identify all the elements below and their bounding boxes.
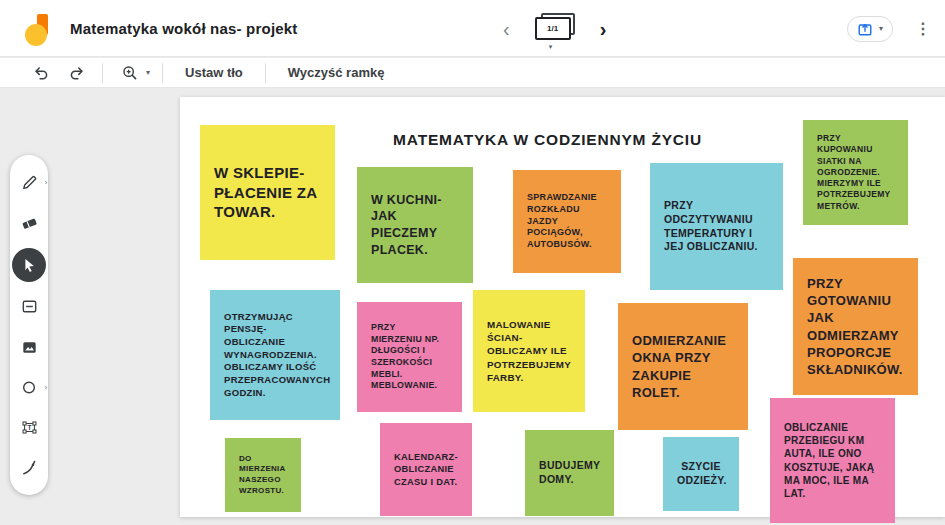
zoom-in-icon [121, 64, 139, 82]
sticky-note[interactable]: SPRAWDZANIE ROZKŁADU JAZDY POCIĄGÓW, AUT… [513, 170, 621, 273]
redo-icon [68, 64, 86, 82]
share-caret-icon: ▾ [879, 24, 883, 33]
frame-caret-icon: ▾ [549, 43, 553, 51]
note-text: MALOWANIE ŚCIAN- OBLICZAMY ILE POTRZEBUJ… [487, 318, 571, 383]
toolbar-divider [102, 63, 103, 83]
sticky-note-icon [20, 297, 39, 316]
sticky-note[interactable]: KALENDARZ- OBLICZANIE CZASU I DAT. [380, 423, 472, 516]
note-text: W KUCHNI- JAK PIECZEMY PLACEK. [371, 192, 459, 259]
sticky-note-tool-button[interactable] [12, 292, 46, 322]
undo-button[interactable] [28, 61, 54, 85]
sticky-note[interactable]: SZYCIE ODZIEŻY. [663, 437, 739, 511]
note-text: KALENDARZ- OBLICZANIE CZASU I DAT. [394, 451, 458, 488]
sticky-note[interactable]: MALOWANIE ŚCIAN- OBLICZAMY ILE POTRZEBUJ… [473, 290, 585, 412]
note-text: PRZY MIERZENIU NP. DŁUGOŚCI I SZEROKOŚCI… [371, 322, 448, 392]
sticky-note[interactable]: PRZY MIERZENIU NP. DŁUGOŚCI I SZEROKOŚCI… [357, 302, 462, 412]
toolbar-divider [265, 63, 266, 83]
zoom-button[interactable]: ▾ [121, 64, 150, 82]
svg-text:T: T [27, 424, 31, 431]
redo-button[interactable] [64, 61, 90, 85]
frame-counter-label: 1/1 [547, 24, 558, 33]
note-text: SPRAWDZANIE ROZKŁADU JAZDY POCIĄGÓW, AUT… [527, 192, 607, 252]
sticky-note[interactable]: PRZY GOTOWANIU JAK ODMIERZAMY PROPORCJE … [793, 258, 918, 395]
jamboard-logo-icon[interactable] [24, 11, 56, 47]
sticky-note[interactable]: DO MIERZENIA NASZEGO WZROSTU. [225, 438, 301, 512]
jam-frame-canvas[interactable]: MATEMATYKA W CODZIENNYM ŻYCIU W SKLEPIE-… [180, 97, 945, 517]
eraser-tool-button[interactable] [12, 207, 46, 237]
shape-tool-button[interactable]: › [12, 372, 46, 402]
laser-tool-button[interactable] [12, 453, 46, 483]
sticky-note[interactable]: ODMIERZANIE OKNA PRZY ZAKUPIE ROLET. [618, 303, 748, 430]
previous-frame-button[interactable]: ‹ [497, 15, 516, 43]
pen-submenu-caret-icon: › [45, 179, 47, 186]
share-button[interactable]: ▾ [847, 16, 893, 42]
text-box-icon: T [20, 418, 39, 437]
eraser-icon [20, 213, 39, 232]
circle-shape-icon [20, 378, 39, 397]
zoom-caret-icon: ▾ [146, 68, 150, 77]
more-options-button[interactable]: ⋮ [907, 15, 939, 42]
sticky-note[interactable]: OTRZYMUJĄC PENSJĘ- OBLICZANIE WYNAGRODZE… [210, 290, 340, 420]
note-text: W SKLEPIE- PŁACENIE ZA TOWAR. [214, 163, 321, 223]
document-title[interactable]: Matematyka wokół nas- projekt [70, 20, 298, 37]
pen-icon [20, 173, 39, 192]
sticky-note[interactable]: W SKLEPIE- PŁACENIE ZA TOWAR. [200, 125, 335, 260]
select-tool-button[interactable] [12, 248, 46, 282]
laser-pointer-icon [20, 458, 39, 477]
note-text: BUDUJEMY DOMY. [539, 459, 600, 487]
workspace: › [0, 88, 945, 525]
note-text: PRZY ODCZYTYWANIU TEMPERATURY I JEJ OBLI… [664, 199, 769, 255]
shape-submenu-caret-icon: › [45, 384, 47, 391]
undo-icon [32, 64, 50, 82]
note-text: OBLICZANIE PRZEBIEGU KM AUTA, ILE ONO KO… [784, 421, 881, 501]
note-text: OTRZYMUJĄC PENSJĘ- OBLICZANIE WYNAGRODZE… [224, 311, 326, 399]
frame-toolbar: ▾ Ustaw tło Wyczyść ramkę [0, 58, 945, 88]
frame-counter: 1/1 [535, 17, 571, 40]
clear-frame-button[interactable]: Wyczyść ramkę [278, 61, 395, 84]
image-tool-button[interactable] [12, 332, 46, 362]
share-icon [857, 21, 873, 37]
sticky-note[interactable]: PRZY ODCZYTYWANIU TEMPERATURY I JEJ OBLI… [650, 163, 783, 290]
sticky-note[interactable]: OBLICZANIE PRZEBIEGU KM AUTA, ILE ONO KO… [770, 398, 895, 523]
sticky-note[interactable]: PRZY KUPOWANIU SIATKI NA OGRODZENIE. MIE… [803, 120, 908, 225]
notes-layer: W SKLEPIE- PŁACENIE ZA TOWAR. W KUCHNI- … [180, 97, 945, 517]
pen-tool-button[interactable]: › [12, 167, 46, 197]
note-text: DO MIERZENIA NASZEGO WZROSTU. [239, 454, 287, 497]
note-text: PRZY GOTOWANIU JAK ODMIERZAMY PROPORCJE … [807, 275, 904, 379]
frame-selector-button[interactable]: 1/1 ▾ [533, 11, 577, 47]
app-header: Matematyka wokół nas- projekt ‹ 1/1 ▾ › [0, 0, 945, 57]
logo-circle [25, 24, 47, 46]
note-text: ODMIERZANIE OKNA PRZY ZAKUPIE ROLET. [632, 332, 734, 401]
tool-palette: › [10, 155, 48, 495]
sticky-note[interactable]: BUDUJEMY DOMY. [525, 430, 614, 516]
set-background-button[interactable]: Ustaw tło [175, 61, 253, 84]
note-text: PRZY KUPOWANIU SIATKI NA OGRODZENIE. MIE… [817, 133, 894, 212]
sticky-note[interactable]: W KUCHNI- JAK PIECZEMY PLACEK. [357, 167, 473, 283]
note-text: SZYCIE ODZIEŻY. [677, 460, 725, 488]
toolbar-divider [162, 63, 163, 83]
next-frame-button[interactable]: › [594, 15, 613, 43]
text-box-tool-button[interactable]: T [12, 413, 46, 443]
jamboard-app: Matematyka wokół nas- projekt ‹ 1/1 ▾ › [0, 0, 945, 525]
image-icon [20, 338, 39, 357]
select-cursor-icon [20, 256, 38, 274]
